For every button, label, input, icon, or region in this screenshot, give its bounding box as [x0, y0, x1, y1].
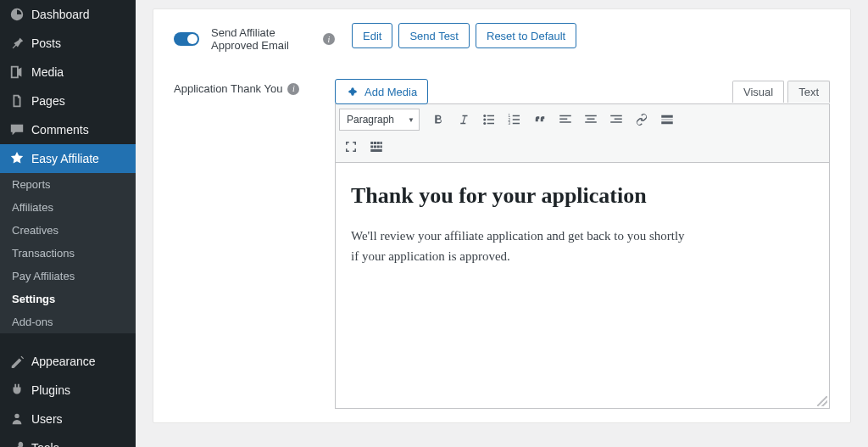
svg-rect-16: [587, 119, 595, 120]
fullscreen-button[interactable]: [339, 135, 363, 159]
align-left-button[interactable]: [554, 108, 577, 131]
svg-rect-5: [487, 123, 494, 125]
submenu-item-pay-affiliates[interactable]: Pay Affiliates: [0, 265, 136, 288]
editor-tab-text[interactable]: Text: [787, 81, 830, 103]
bullet-list-button[interactable]: [477, 108, 501, 131]
blockquote-button[interactable]: [528, 108, 552, 131]
svg-rect-1: [487, 115, 494, 117]
settings-card: Send Affiliate Approved Email i Edit Sen…: [153, 8, 851, 423]
svg-rect-19: [615, 119, 622, 120]
sidebar-label: Appearance: [31, 355, 96, 368]
editor-toolbar: Paragraph 123: [335, 103, 830, 163]
svg-point-4: [483, 122, 486, 125]
svg-rect-25: [374, 142, 376, 144]
svg-rect-24: [370, 142, 373, 144]
sidebar-item-tools[interactable]: Tools: [0, 433, 136, 447]
pin-icon: [8, 35, 25, 52]
svg-rect-15: [585, 115, 597, 117]
info-icon[interactable]: i: [287, 83, 299, 95]
sidebar-label: Media: [31, 65, 64, 79]
submenu-item-transactions[interactable]: Transactions: [0, 242, 136, 265]
sidebar-item-users[interactable]: Users: [0, 405, 136, 433]
sidebar-label: Plugins: [31, 383, 70, 397]
svg-text:3: 3: [509, 121, 511, 126]
sidebar-item-media[interactable]: Media: [0, 58, 136, 87]
sidebar-label: Dashboard: [31, 8, 90, 21]
tools-icon: [8, 439, 25, 447]
sidebar-label: Users: [31, 412, 63, 426]
comments-icon: [8, 121, 25, 138]
sidebar-submenu-easy-affiliate: Reports Affiliates Creatives Transaction…: [0, 173, 136, 333]
svg-rect-18: [610, 115, 622, 117]
sidebar-item-posts[interactable]: Posts: [0, 29, 136, 58]
editor-content-area[interactable]: Thank you for your application We'll rev…: [335, 163, 830, 409]
sidebar-item-plugins[interactable]: Plugins: [0, 376, 136, 405]
format-select[interactable]: Paragraph: [339, 109, 420, 131]
sidebar-item-appearance[interactable]: Appearance: [0, 347, 136, 376]
svg-rect-7: [513, 115, 520, 117]
submenu-item-creatives[interactable]: Creatives: [0, 219, 136, 242]
row-send-approved-email: Send Affiliate Approved Email i Edit Sen…: [153, 9, 850, 65]
admin-sidebar: Dashboard Posts Media Pages Comments Eas…: [0, 0, 136, 447]
submenu-item-affiliates[interactable]: Affiliates: [0, 196, 136, 219]
svg-rect-23: [661, 121, 673, 124]
row-body: Add Media Visual Text Paragraph: [335, 79, 830, 409]
numbered-list-button[interactable]: 123: [503, 108, 526, 131]
info-icon[interactable]: i: [323, 33, 335, 45]
svg-rect-9: [513, 119, 520, 120]
toolbar-toggle-button[interactable]: [364, 135, 388, 159]
svg-rect-31: [381, 146, 382, 148]
media-icon: [346, 85, 359, 98]
editor-tabs: Visual Text: [732, 81, 830, 103]
italic-button[interactable]: [452, 108, 476, 131]
add-media-button[interactable]: Add Media: [335, 79, 428, 104]
svg-rect-14: [559, 121, 571, 123]
easy-affiliate-icon: [8, 150, 25, 167]
row-label-text: Application Thank You: [174, 82, 282, 95]
reset-default-button[interactable]: Reset to Default: [476, 23, 576, 48]
sidebar-item-pages[interactable]: Pages: [0, 87, 136, 115]
media-icon: [8, 64, 25, 81]
svg-point-2: [483, 119, 486, 121]
rich-text-editor: Add Media Visual Text Paragraph: [335, 79, 830, 409]
svg-rect-29: [374, 146, 376, 148]
svg-rect-13: [559, 119, 567, 120]
svg-rect-28: [370, 146, 373, 148]
align-right-button[interactable]: [604, 108, 628, 131]
sidebar-label: Posts: [31, 36, 61, 50]
svg-rect-30: [377, 146, 380, 148]
read-more-button[interactable]: [655, 108, 679, 131]
svg-rect-11: [513, 123, 520, 125]
row-label: Application Thank You i: [174, 79, 335, 95]
row-application-thank-you: Application Thank You i Add Media: [153, 65, 850, 422]
dashboard-icon: [8, 6, 25, 23]
svg-rect-26: [377, 142, 380, 144]
edit-email-button[interactable]: Edit: [352, 23, 392, 48]
sidebar-item-comments[interactable]: Comments: [0, 115, 136, 144]
svg-rect-20: [610, 121, 622, 123]
submenu-item-settings[interactable]: Settings: [0, 288, 136, 310]
send-test-button[interactable]: Send Test: [398, 23, 470, 48]
row-body: Edit Send Test Reset to Default: [335, 23, 830, 48]
link-button[interactable]: [630, 108, 654, 131]
sidebar-item-easy-affiliate[interactable]: Easy Affiliate: [0, 144, 136, 173]
sidebar-item-dashboard[interactable]: Dashboard: [0, 0, 136, 29]
svg-rect-27: [381, 142, 382, 144]
svg-rect-22: [661, 119, 673, 120]
svg-rect-3: [487, 119, 494, 120]
submenu-item-reports[interactable]: Reports: [0, 173, 136, 196]
main-content: Send Affiliate Approved Email i Edit Sen…: [136, 0, 868, 447]
toggle-knob: [187, 34, 198, 44]
pages-icon: [8, 92, 25, 109]
submenu-item-addons[interactable]: Add-ons: [0, 310, 136, 333]
bold-button[interactable]: [426, 108, 450, 131]
add-media-label: Add Media: [364, 86, 417, 98]
editor-tab-visual[interactable]: Visual: [732, 81, 784, 103]
approved-email-toggle[interactable]: [174, 32, 199, 46]
align-center-button[interactable]: [579, 108, 603, 131]
row-label-text: Send Affiliate Approved Email: [211, 26, 316, 52]
editor-resize-handle[interactable]: [817, 396, 827, 406]
users-icon: [8, 411, 25, 427]
editor-heading: Thank you for your application: [351, 183, 814, 209]
svg-rect-17: [585, 121, 597, 123]
